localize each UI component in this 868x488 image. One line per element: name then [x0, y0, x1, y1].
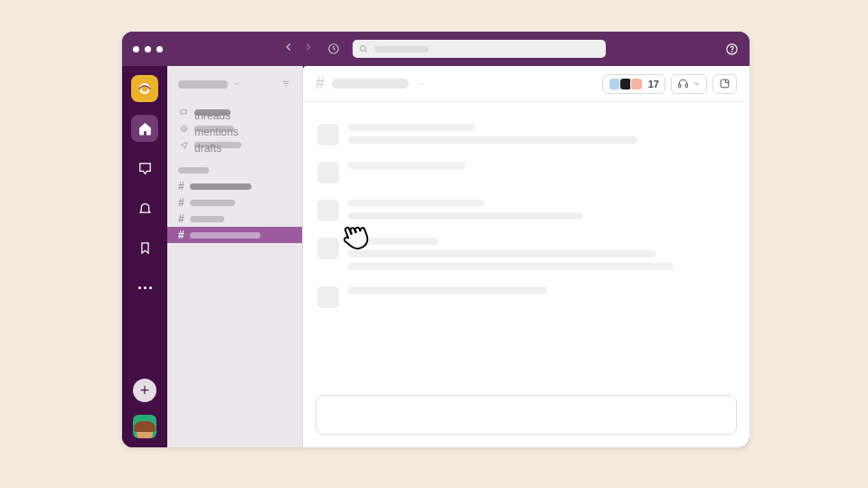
- send-icon: [178, 140, 189, 150]
- nav-rail: +: [122, 66, 167, 447]
- sidebar-channel[interactable]: #: [167, 194, 302, 211]
- window-dot[interactable]: [133, 46, 139, 52]
- sidebar-channel[interactable]: #: [167, 178, 302, 194]
- cursor-hand-icon: [337, 221, 370, 253]
- message-item[interactable]: [317, 200, 735, 221]
- workspace-logo-icon: [137, 80, 153, 97]
- headphones-icon: [677, 78, 689, 89]
- message-list: [303, 102, 750, 395]
- member-avatar: [630, 78, 643, 90]
- help-icon[interactable]: [724, 42, 739, 56]
- bookmark-icon: [137, 240, 153, 256]
- chevron-down-icon: [693, 80, 701, 88]
- message-avatar: [317, 286, 339, 308]
- filter-icon[interactable]: [281, 76, 291, 92]
- canvas-button[interactable]: [712, 74, 737, 94]
- window-controls[interactable]: [133, 46, 163, 52]
- nav-forward-icon[interactable]: [302, 41, 315, 57]
- app-window: + threads mentions dr: [122, 32, 750, 447]
- workspace-header[interactable]: [167, 66, 302, 102]
- sidebar-item-label: mentions: [194, 126, 234, 132]
- chat-icon: [137, 161, 153, 176]
- message-avatar: [317, 238, 339, 259]
- channel-header: # 17: [303, 66, 750, 102]
- channel-name: [190, 183, 251, 190]
- channel-view: # 17: [303, 66, 750, 447]
- channel-name: [190, 200, 235, 206]
- svg-point-1: [360, 46, 365, 52]
- members-pill[interactable]: 17: [602, 74, 665, 94]
- sidebar-channel-selected[interactable]: #: [167, 227, 302, 243]
- chevron-down-icon: [231, 76, 241, 92]
- search-placeholder: [374, 46, 429, 52]
- window-dot[interactable]: [156, 46, 163, 52]
- rail-more[interactable]: [131, 274, 158, 301]
- add-button[interactable]: +: [133, 379, 156, 402]
- history-icon[interactable]: [327, 42, 340, 55]
- sidebar-item-label: drafts: [194, 142, 241, 148]
- svg-rect-9: [721, 80, 729, 88]
- hash-icon: #: [178, 212, 184, 225]
- nav-back-icon[interactable]: [282, 41, 295, 57]
- sidebar-item-label: threads: [194, 109, 231, 116]
- threads-icon: [178, 108, 189, 117]
- user-avatar[interactable]: [133, 415, 156, 438]
- svg-point-3: [731, 52, 732, 52]
- message-item[interactable]: [317, 238, 735, 270]
- channel-name: [190, 216, 224, 222]
- search-input[interactable]: [353, 40, 606, 58]
- bell-icon: [137, 201, 153, 216]
- search-icon: [358, 43, 369, 54]
- message-item[interactable]: [317, 162, 735, 183]
- home-icon: [137, 121, 153, 136]
- message-item[interactable]: [317, 286, 735, 308]
- plus-icon: +: [140, 381, 150, 400]
- channel-title[interactable]: [332, 79, 409, 89]
- chevron-down-icon[interactable]: [416, 79, 426, 89]
- member-count: 17: [648, 79, 659, 89]
- rail-later[interactable]: [131, 234, 158, 261]
- svg-point-6: [183, 127, 185, 130]
- channel-sidebar: threads mentions drafts # # #: [167, 66, 303, 447]
- message-avatar: [317, 200, 339, 221]
- sidebar-channel[interactable]: #: [167, 211, 302, 227]
- svg-rect-8: [685, 84, 687, 88]
- svg-rect-7: [679, 84, 681, 88]
- hash-icon: #: [178, 229, 184, 241]
- hash-icon: #: [316, 74, 325, 93]
- canvas-icon: [719, 78, 731, 89]
- hash-icon: #: [178, 180, 184, 192]
- channel-name: [190, 232, 260, 239]
- window-dot[interactable]: [145, 46, 151, 52]
- rail-dms[interactable]: [131, 155, 158, 182]
- message-item[interactable]: [317, 124, 735, 145]
- at-icon: [178, 124, 189, 134]
- message-composer[interactable]: [316, 395, 737, 435]
- sidebar-section-label: [178, 167, 209, 174]
- sidebar-threads[interactable]: threads: [167, 104, 302, 120]
- sidebar-section-header[interactable]: [167, 162, 302, 178]
- workspace-name: [178, 80, 228, 89]
- sidebar-mentions[interactable]: mentions: [167, 120, 302, 136]
- titlebar: [122, 32, 750, 66]
- rail-activity[interactable]: [131, 194, 158, 221]
- hash-icon: #: [178, 196, 184, 209]
- rail-home[interactable]: [131, 115, 158, 142]
- workspace-switcher[interactable]: [131, 75, 158, 102]
- sidebar-drafts[interactable]: drafts: [167, 136, 302, 153]
- message-avatar: [317, 162, 339, 183]
- huddle-button[interactable]: [671, 74, 707, 94]
- message-avatar: [317, 124, 339, 145]
